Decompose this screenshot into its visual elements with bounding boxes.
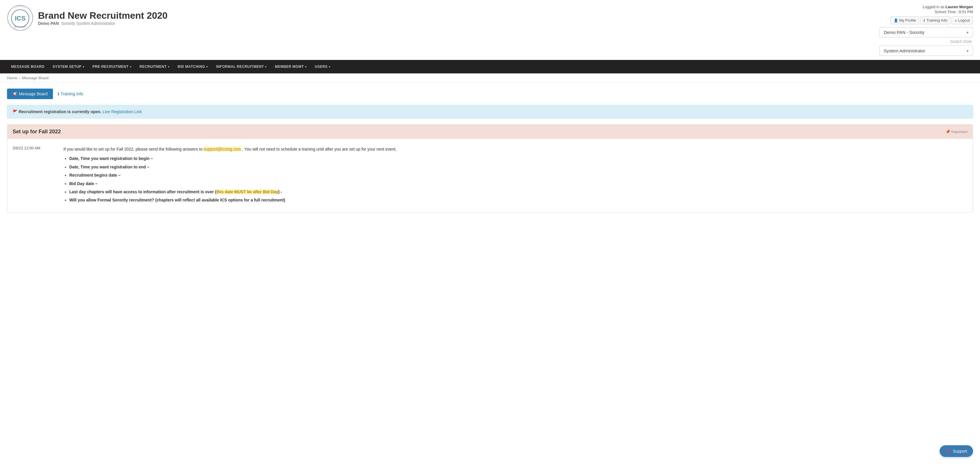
training-info-link[interactable]: ℹ Training Info <box>57 92 83 96</box>
svg-point-4 <box>20 6 21 7</box>
info-circle-icon: ℹ <box>57 92 59 96</box>
alert-text: Recruitment registration is currently op… <box>19 110 102 114</box>
top-nav-buttons: 👤 My Profile ℹ Training Info ⎋ Logout <box>880 16 973 24</box>
logged-in-user: Lauren Morgan <box>945 5 973 9</box>
list-item: Will you allow Formal Sorority recruitme… <box>69 197 396 203</box>
registration-alert: 🚩 Recruitment registration is currently … <box>7 105 973 118</box>
flag-icon: 🚩 <box>13 110 18 114</box>
message-date: 3/8/22 12:00 AM <box>13 146 56 205</box>
nav-system-setup[interactable]: System Setup ▾ <box>49 60 88 73</box>
my-profile-button[interactable]: 👤 My Profile <box>891 16 920 24</box>
chevron-down-icon: ▾ <box>83 65 84 68</box>
message-intro: If you would like to set up for Fall 202… <box>64 147 203 151</box>
svg-point-3 <box>18 6 19 7</box>
header-right: Logged in as Lauren Morgan School Time :… <box>880 5 973 57</box>
chevron-down-icon: ▾ <box>265 65 267 68</box>
list-item: Recruitment begins date – <box>69 172 396 178</box>
nav-users[interactable]: Users ▾ <box>310 60 334 73</box>
list-item: Date, Time you want registration to begi… <box>69 155 396 162</box>
svg-point-7 <box>24 7 25 8</box>
role-section: Demo PAN - Sorority ▾ Switch Role System… <box>880 27 973 56</box>
message-title: Set up for Fall 2022 <box>13 129 61 135</box>
list-item: Last day chapters will have access to in… <box>69 189 396 195</box>
school-time: School Time : 9:51 PM <box>880 10 973 14</box>
message-content: If you would like to set up for Fall 202… <box>64 146 396 205</box>
school-time-value: 9:51 PM <box>959 10 973 14</box>
chevron-down-icon: ▾ <box>168 65 170 68</box>
nav-recruitment[interactable]: Recruitment ▾ <box>135 60 173 73</box>
message-section: Set up for Fall 2022 📌 Important 3/8/22 … <box>7 124 973 213</box>
list-item: Bid Day date – <box>69 180 396 187</box>
chevron-down-icon: ▾ <box>305 65 307 68</box>
message-board-button[interactable]: 📢 Message Board <box>7 89 53 99</box>
user-icon: 👤 <box>894 18 898 22</box>
svg-text:by OmegaFi: by OmegaFi <box>14 25 26 28</box>
nav-bid-matching[interactable]: Bid Matching ▾ <box>173 60 212 73</box>
switch-role-label: Switch Role <box>880 39 973 44</box>
logged-in-info: Logged in as Lauren Morgan <box>880 5 973 9</box>
breadcrumb-separator: › <box>19 76 20 80</box>
svg-point-5 <box>21 6 22 7</box>
main-content: 📢 Message Board ℹ Training Info 🚩 Recrui… <box>0 83 980 218</box>
pin-icon: 📌 <box>945 130 950 134</box>
action-bar: 📢 Message Board ℹ Training Info <box>7 89 973 99</box>
org-role: Sorority System Administrator <box>61 21 115 26</box>
breadcrumb: Home › Message Board <box>0 73 980 83</box>
nav-member-mgmt[interactable]: Member Mgmt ▾ <box>271 60 310 73</box>
chevron-down-icon: ▾ <box>130 65 132 68</box>
org-subtitle: Demo PAN Sorority System Administrator <box>38 21 167 26</box>
brand-info: Brand New Recruitment 2020 Demo PAN Soro… <box>38 10 167 26</box>
role-dropdown-value: System Administrator <box>884 48 925 53</box>
org-dropdown[interactable]: Demo PAN - Sorority ▾ <box>880 27 973 37</box>
live-registration-link[interactable]: Live Registration Link <box>103 110 142 114</box>
svg-text:ICS: ICS <box>15 14 26 22</box>
header-left: ICS by OmegaFi Brand New Recruitment 202… <box>7 5 167 31</box>
list-item: Date, Time you want registration to end … <box>69 164 396 170</box>
chevron-down-icon: ▾ <box>967 49 969 53</box>
message-body: 3/8/22 12:00 AM If you would like to set… <box>7 139 973 212</box>
org-name: Demo PAN <box>38 21 59 26</box>
logout-button[interactable]: ⎋ Logout <box>951 16 973 24</box>
logo: ICS by OmegaFi <box>7 5 33 31</box>
breadcrumb-home[interactable]: Home <box>7 76 17 80</box>
main-navbar: Message Board System Setup ▾ Pre-Recruit… <box>0 60 980 73</box>
info-icon: ℹ <box>924 18 925 22</box>
megaphone-icon: 📢 <box>12 92 17 96</box>
message-important-badge: 📌 Important <box>945 130 967 134</box>
nav-informal-recruitment[interactable]: Informal Recruitment ▾ <box>212 60 271 73</box>
training-info-button[interactable]: ℹ Training Info <box>920 16 950 24</box>
chevron-down-icon: ▾ <box>206 65 208 68</box>
org-dropdown-value: Demo PAN - Sorority <box>884 30 924 35</box>
role-dropdown[interactable]: System Administrator ▾ <box>880 46 973 56</box>
message-row: 3/8/22 12:00 AM If you would like to set… <box>7 143 973 208</box>
message-bullets: Date, Time you want registration to begi… <box>69 155 396 203</box>
svg-point-6 <box>23 6 24 7</box>
message-section-header: Set up for Fall 2022 📌 Important <box>7 124 973 139</box>
svg-point-2 <box>17 6 18 7</box>
page-header: ICS by OmegaFi Brand New Recruitment 202… <box>0 0 980 60</box>
nav-pre-recruitment[interactable]: Pre-Recruitment ▾ <box>88 60 135 73</box>
logout-icon: ⎋ <box>955 18 957 22</box>
message-email-suffix: . You will not need to schedule a traini… <box>242 147 396 151</box>
support-email[interactable]: support@icsmg.com <box>204 147 241 151</box>
nav-message-board[interactable]: Message Board <box>7 60 49 73</box>
chevron-down-icon: ▾ <box>329 65 331 68</box>
highlight-text: this date MUST be after Bid Day <box>216 189 278 194</box>
app-title: Brand New Recruitment 2020 <box>38 10 167 21</box>
chevron-down-icon: ▾ <box>967 30 969 35</box>
breadcrumb-current: Message Board <box>22 76 49 80</box>
svg-point-1 <box>16 7 16 8</box>
